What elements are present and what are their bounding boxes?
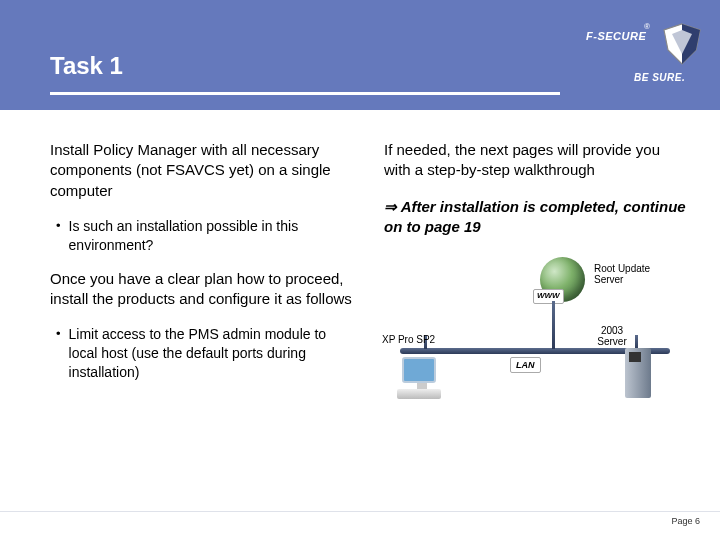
header-bar: Task 1 F-SECURE ® BE SURE. [0, 0, 720, 110]
content-columns: Install Policy Manager with all necessar… [50, 140, 690, 510]
registered-mark: ® [644, 22, 650, 31]
left-column: Install Policy Manager with all necessar… [50, 140, 354, 510]
brand-logo: F-SECURE ® BE SURE. [582, 20, 702, 92]
server-label: 2003Server [592, 325, 632, 347]
brand-tagline: BE SURE. [634, 72, 685, 83]
left-para-1: Install Policy Manager with all necessar… [50, 140, 354, 201]
pc-icon [402, 357, 441, 399]
page-num: 6 [695, 516, 700, 526]
brand-name: F-SECURE [586, 30, 646, 42]
lan-stub [635, 335, 638, 349]
lan-label: LAN [510, 357, 541, 373]
left-bullet-2: • Limit access to the PMS admin module t… [56, 325, 354, 382]
server-icon [625, 348, 651, 398]
lan-stub [552, 301, 555, 349]
arrow-icon: ⇒ [384, 198, 397, 215]
right-para-2-text: After installation is completed, continu… [384, 198, 686, 235]
bullet-icon: • [56, 325, 61, 382]
title-underline [50, 92, 560, 95]
footer-divider [0, 511, 720, 512]
left-para-2: Once you have a clear plan how to procee… [50, 269, 354, 310]
right-para-2: ⇒ After installation is completed, conti… [384, 197, 690, 238]
right-para-1: If needed, the next pages will provide y… [384, 140, 690, 181]
root-update-label: Root UpdateServer [594, 263, 650, 285]
left-bullet-2-text: Limit access to the PMS admin module to … [69, 325, 354, 382]
www-label: WWW [533, 289, 564, 304]
pc-label: XP Pro SP2 [382, 333, 435, 347]
right-column: If needed, the next pages will provide y… [384, 140, 690, 510]
bullet-icon: • [56, 217, 61, 255]
page-label: Page [671, 516, 692, 526]
left-bullet-1: • Is such an installation possible in th… [56, 217, 354, 255]
page-number: Page 6 [671, 516, 700, 526]
left-bullet-1-text: Is such an installation possible in this… [69, 217, 354, 255]
network-diagram: WWW Root UpdateServer LAN XP Pro SP2 200… [370, 253, 690, 413]
page-title: Task 1 [50, 52, 123, 80]
shield-icon [662, 22, 702, 66]
